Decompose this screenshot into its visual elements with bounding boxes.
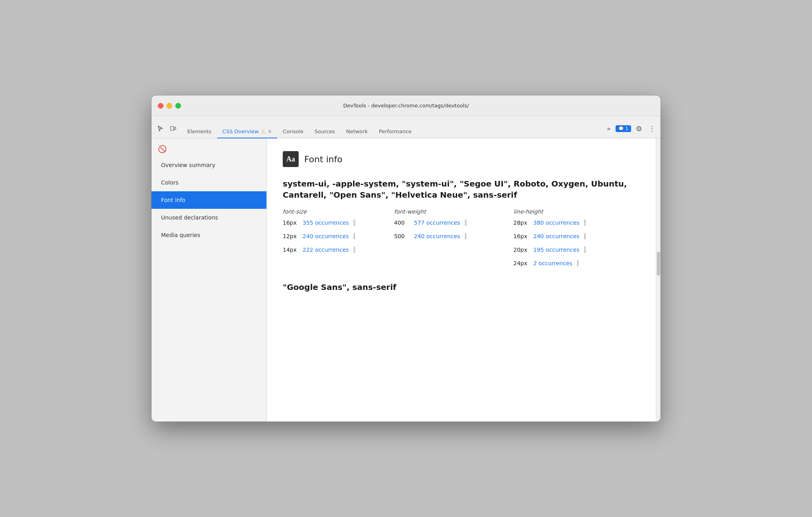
line-height-cell-2: 16px 240 occurrences bbox=[513, 233, 640, 239]
line-height-bar[interactable] bbox=[584, 247, 586, 253]
tab-close-icon[interactable]: ✕ bbox=[268, 129, 272, 134]
col-header-font-size: font-size bbox=[283, 208, 394, 215]
font-size-occurrences[interactable]: 240 occurrences bbox=[303, 233, 349, 239]
font-table-row: 14px 222 occurrences 20px 195 occurrence… bbox=[283, 247, 640, 253]
font-size-cell-1: 16px 355 occurrences bbox=[283, 220, 394, 226]
titlebar: DevTools - developer.chrome.com/tags/dev… bbox=[152, 95, 660, 116]
window-controls bbox=[158, 103, 181, 109]
minimize-button[interactable] bbox=[167, 103, 172, 109]
tab-network[interactable]: Network bbox=[340, 125, 373, 138]
warning-icon: ⚠ bbox=[261, 129, 266, 134]
tab-console[interactable]: Console bbox=[277, 125, 309, 138]
font-table-headers: font-size font-weight line-height bbox=[283, 208, 640, 215]
font-size-cell-2: 12px 240 occurrences bbox=[283, 233, 394, 239]
line-height-cell-3: 20px 195 occurrences bbox=[513, 247, 640, 253]
line-height-occurrences[interactable]: 380 occurrences bbox=[533, 220, 579, 226]
font-size-occurrences[interactable]: 222 occurrences bbox=[303, 247, 349, 253]
font-icon: Aa bbox=[283, 151, 299, 167]
line-height-value: 24px bbox=[513, 260, 529, 266]
line-height-occurrences[interactable]: 240 occurrences bbox=[533, 233, 579, 239]
device-icon[interactable] bbox=[167, 123, 179, 134]
font-table-row: 12px 240 occurrences 500 240 occurrences… bbox=[283, 233, 640, 239]
sidebar-ban-icon[interactable]: 🚫 bbox=[152, 142, 266, 156]
sidebar-item-media-queries[interactable]: Media queries bbox=[152, 226, 266, 244]
section-title: Font info bbox=[304, 154, 342, 164]
scrollbar-track[interactable] bbox=[656, 138, 660, 422]
main-panel: Aa Font info system-ui, -apple-system, "… bbox=[267, 138, 656, 422]
line-height-cell-1: 28px 380 occurrences bbox=[513, 220, 640, 226]
font-size-value: 12px bbox=[283, 233, 299, 239]
col-header-line-height: line-height bbox=[513, 208, 640, 215]
line-height-occurrences[interactable]: 2 occurrences bbox=[533, 260, 572, 266]
sidebar-item-unused-declarations[interactable]: Unused declarations bbox=[152, 209, 266, 226]
more-tabs-button[interactable]: » bbox=[605, 123, 612, 134]
font-weight-value: 500 bbox=[394, 233, 410, 239]
sidebar-item-colors[interactable]: Colors bbox=[152, 174, 266, 191]
notification-count: 1 bbox=[626, 126, 628, 131]
font-size-occurrences[interactable]: 355 occurrences bbox=[303, 220, 349, 226]
line-height-bar[interactable] bbox=[584, 220, 586, 226]
font-table-row: 24px 2 occurrences bbox=[283, 260, 640, 266]
sidebar: 🚫 Overview summary Colors Font info Unus… bbox=[152, 138, 267, 422]
tab-performance[interactable]: Performance bbox=[373, 125, 417, 138]
window-title: DevTools - developer.chrome.com/tags/dev… bbox=[343, 103, 469, 109]
tab-sources[interactable]: Sources bbox=[309, 125, 340, 138]
cursor-icon[interactable] bbox=[155, 123, 166, 134]
line-height-bar[interactable] bbox=[584, 233, 586, 239]
font-size-bar[interactable] bbox=[354, 233, 355, 239]
font-weight-occurrences[interactable]: 577 occurrences bbox=[414, 220, 460, 226]
close-button[interactable] bbox=[158, 103, 163, 109]
font-family-name: system-ui, -apple-system, "system-ui", "… bbox=[283, 178, 640, 200]
devtools-tabbar: Elements CSS Overview ⚠ ✕ Console Source… bbox=[152, 116, 660, 138]
devtools-right-controls: » 💬 1 ⚙ ⋮ bbox=[605, 123, 657, 138]
font-size-cell-3: 14px 222 occurrences bbox=[283, 247, 394, 253]
tab-elements[interactable]: Elements bbox=[182, 125, 217, 138]
sidebar-item-overview-summary[interactable]: Overview summary bbox=[152, 156, 266, 174]
font-family-system-ui: system-ui, -apple-system, "system-ui", "… bbox=[283, 178, 640, 266]
font-weight-cell-2: 500 240 occurrences bbox=[394, 233, 513, 239]
browser-window: DevTools - developer.chrome.com/tags/dev… bbox=[152, 95, 660, 422]
svg-rect-0 bbox=[171, 126, 174, 130]
line-height-value: 28px bbox=[513, 220, 529, 226]
scrollbar-thumb[interactable] bbox=[657, 252, 660, 276]
line-height-value: 20px bbox=[513, 247, 529, 253]
devtools-body: 🚫 Overview summary Colors Font info Unus… bbox=[152, 138, 660, 422]
font-weight-value: 400 bbox=[394, 220, 410, 226]
font-family-google-sans: "Google Sans", sans-serif bbox=[283, 282, 640, 292]
line-height-value: 16px bbox=[513, 233, 529, 239]
section-header: Aa Font info bbox=[283, 151, 640, 167]
sidebar-item-font-info[interactable]: Font info bbox=[152, 191, 266, 209]
maximize-button[interactable] bbox=[175, 103, 181, 109]
font-size-bar[interactable] bbox=[354, 247, 355, 253]
col-header-font-weight: font-weight bbox=[394, 208, 513, 215]
devtools-left-icons bbox=[155, 123, 179, 138]
font-size-value: 16px bbox=[283, 220, 299, 226]
line-height-cell-4: 24px 2 occurrences bbox=[513, 260, 640, 266]
notification-icon: 💬 bbox=[618, 126, 624, 131]
font-size-value: 14px bbox=[283, 247, 299, 253]
font-weight-bar[interactable] bbox=[465, 220, 466, 226]
font-table-row: 16px 355 occurrences 400 577 occurrences… bbox=[283, 220, 640, 226]
line-height-bar[interactable] bbox=[577, 260, 579, 266]
font-weight-bar[interactable] bbox=[465, 233, 466, 239]
svg-rect-1 bbox=[174, 127, 176, 130]
font-weight-occurrences[interactable]: 240 occurrences bbox=[414, 233, 460, 239]
tab-css-overview[interactable]: CSS Overview ⚠ ✕ bbox=[217, 125, 278, 138]
font-weight-cell-1: 400 577 occurrences bbox=[394, 220, 513, 226]
settings-button[interactable]: ⚙ bbox=[634, 124, 644, 134]
line-height-occurrences[interactable]: 195 occurrences bbox=[533, 247, 579, 253]
font-size-bar[interactable] bbox=[354, 220, 355, 226]
more-options-button[interactable]: ⋮ bbox=[647, 124, 657, 134]
notification-badge[interactable]: 💬 1 bbox=[616, 125, 631, 132]
